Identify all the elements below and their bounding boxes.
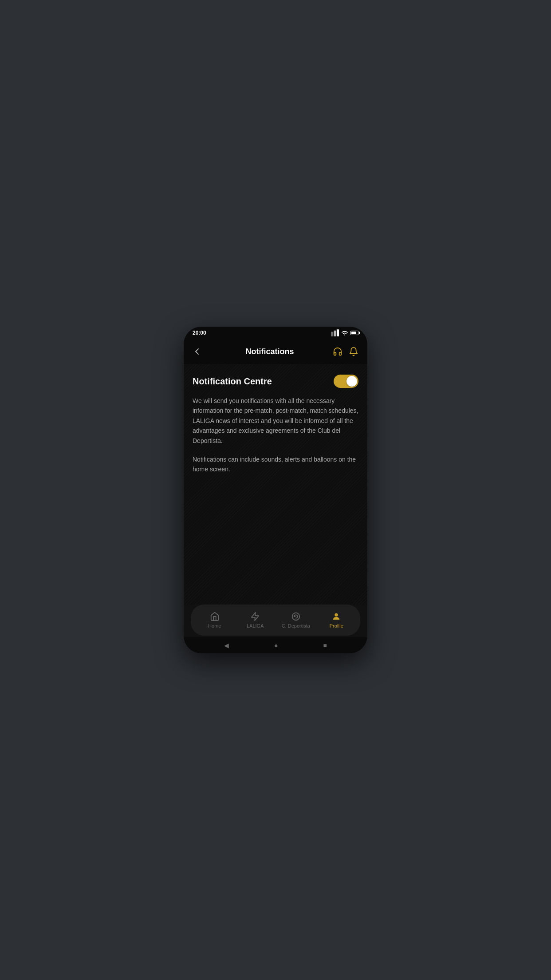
- notification-extra: Notifications can include sounds, alerts…: [193, 454, 358, 474]
- laliga-icon: [250, 612, 260, 621]
- notification-centre-title: Notification Centre: [193, 376, 272, 387]
- status-bar: 20:00: [184, 327, 367, 339]
- nav-item-home[interactable]: Home: [194, 612, 235, 628]
- svg-marker-1: [334, 331, 336, 336]
- wifi-icon: [341, 329, 349, 337]
- android-home-button[interactable]: ●: [274, 642, 278, 649]
- header: Notifications: [184, 339, 367, 364]
- svg-marker-2: [337, 329, 339, 336]
- svg-marker-3: [252, 612, 259, 620]
- svg-point-4: [292, 613, 300, 620]
- nav-label-cdeportista: C. Deportista: [282, 623, 310, 628]
- phone-frame: 20:00 Notificatio: [184, 327, 367, 653]
- bell-icon[interactable]: [349, 347, 358, 356]
- battery-icon: [350, 331, 358, 335]
- signal-icon: [331, 329, 339, 337]
- notification-description: We will send you notifications with all …: [193, 396, 358, 446]
- main-content: Notification Centre We will send you not…: [184, 364, 367, 605]
- bottom-nav: Home LALIGA C. Deportista Profile: [191, 605, 360, 636]
- page-title: Notifications: [245, 347, 294, 356]
- notification-header: Notification Centre: [193, 375, 358, 388]
- android-recent-button[interactable]: ■: [323, 642, 327, 649]
- svg-marker-0: [331, 332, 333, 336]
- headset-icon[interactable]: [333, 347, 342, 356]
- android-back-button[interactable]: ◀: [224, 642, 229, 649]
- back-button[interactable]: [193, 347, 207, 356]
- status-icons: [331, 329, 358, 337]
- notification-section: Notification Centre We will send you not…: [193, 375, 358, 474]
- toggle-knob: [346, 376, 357, 387]
- cdeportista-icon: [291, 612, 301, 621]
- profile-icon: [331, 612, 341, 621]
- home-icon: [210, 612, 220, 621]
- nav-item-laliga[interactable]: LALIGA: [235, 612, 276, 628]
- status-time: 20:00: [193, 330, 206, 336]
- nav-label-laliga: LALIGA: [247, 623, 264, 628]
- nav-item-profile[interactable]: Profile: [316, 612, 357, 628]
- android-nav-bar: ◀ ● ■: [184, 637, 367, 653]
- nav-label-home: Home: [208, 623, 221, 628]
- notification-toggle[interactable]: [334, 375, 358, 388]
- nav-label-profile: Profile: [330, 623, 343, 628]
- nav-item-cdeportista[interactable]: C. Deportista: [276, 612, 316, 628]
- header-actions: [333, 347, 358, 356]
- svg-point-6: [335, 613, 338, 616]
